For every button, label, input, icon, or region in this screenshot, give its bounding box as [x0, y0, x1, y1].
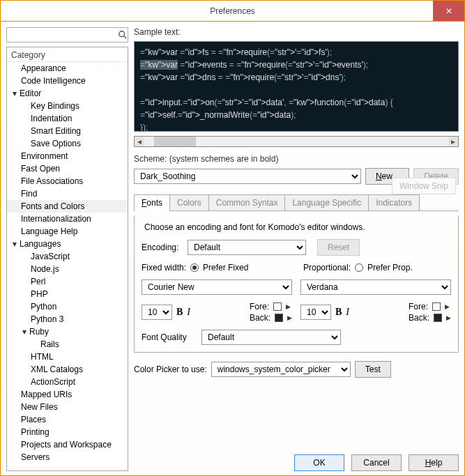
tree-item[interactable]: Rails [7, 338, 128, 351]
tree-item[interactable]: Language Help [7, 225, 128, 238]
tree-item[interactable]: Servers [7, 451, 128, 463]
tree-item-label: File Associations [21, 176, 83, 186]
tree-toggle-icon[interactable]: ▾ [13, 238, 20, 249]
prop-back-chip[interactable] [434, 314, 442, 322]
tree-item[interactable]: PHP [7, 288, 128, 300]
color-picker-row: Color Picker to use: windows_system_colo… [134, 361, 459, 378]
prop-size-select[interactable]: 10 [300, 305, 331, 320]
tree-item[interactable]: Indentation [7, 112, 128, 125]
tab-language-specific[interactable]: Language Specific [284, 194, 369, 210]
tab-common-syntax[interactable]: Common Syntax [208, 194, 286, 210]
tree-item[interactable]: XML Catalogs [7, 363, 128, 376]
fonts-instruction: Choose an encoding and font for Komodo's… [142, 222, 451, 232]
tree-item[interactable]: ▾Ruby [7, 325, 128, 338]
tree-item-label: Language Help [21, 227, 77, 236]
tree-item[interactable]: Code Intelligence [7, 75, 128, 87]
tree-item[interactable]: Appearance [7, 62, 128, 75]
tree-item-label: Indentation [31, 114, 72, 123]
tree-item[interactable]: Python [7, 300, 128, 313]
font-quality-select[interactable]: Default [201, 330, 341, 345]
scroll-right-icon[interactable]: ▸ [448, 137, 458, 146]
tree-item[interactable]: Perl [7, 275, 128, 288]
tab-colors[interactable]: Colors [169, 194, 209, 210]
search-input[interactable] [7, 28, 117, 42]
prop-italic-toggle[interactable]: I [346, 307, 349, 318]
tree-item[interactable]: Python 3 [7, 313, 128, 325]
fixed-fore-checkbox[interactable] [273, 302, 282, 311]
encoding-select[interactable]: Default [188, 240, 306, 255]
reset-button[interactable]: Reset [317, 239, 360, 256]
tree-item[interactable]: Smart Editing [7, 125, 128, 137]
tree-item[interactable]: ▾Languages [7, 238, 128, 250]
ok-button[interactable]: OK [294, 454, 344, 471]
tree-item-label: Editor [20, 89, 41, 98]
tab-fonts[interactable]: Fonts [134, 194, 170, 210]
fixed-italic-toggle[interactable]: I [187, 307, 190, 318]
category-tree[interactable]: Category AppearanceCode Intelligence▾Edi… [6, 47, 128, 471]
tree-item-label: PHP [31, 289, 48, 299]
color-picker-select[interactable]: windows_system_color_picker [211, 362, 351, 377]
tree-item[interactable]: HTML [7, 351, 128, 363]
sample-hscrollbar[interactable]: ◂ ▸ [134, 136, 459, 147]
fixed-back-more-icon[interactable]: ▶ [287, 314, 292, 321]
scroll-left-icon[interactable]: ◂ [135, 137, 144, 146]
prop-font-select[interactable]: Verdana [300, 279, 451, 295]
tree-item-label: Smart Editing [31, 126, 81, 136]
scheme-select[interactable]: Dark_Soothing [134, 169, 361, 184]
tree-header: Category [7, 49, 128, 62]
prop-fore-checkbox[interactable] [432, 302, 441, 311]
test-button[interactable]: Test [355, 361, 391, 378]
back-label-right: Back: [409, 313, 429, 323]
tree-item-label: Internationalization [21, 214, 91, 224]
tree-item[interactable]: Fast Open [7, 162, 128, 175]
prefer-fixed-radio[interactable] [190, 263, 199, 272]
color-picker-label: Color Picker to use: [134, 364, 207, 374]
fixed-size-select[interactable]: 10 [142, 305, 172, 320]
tree-item[interactable]: File Associations [7, 175, 128, 187]
tree-item-label: New Files [21, 402, 58, 412]
tree-toggle-icon[interactable]: ▾ [22, 326, 29, 337]
tree-item[interactable]: Fonts and Colors [7, 200, 128, 213]
tree-item[interactable]: New Files [7, 401, 128, 413]
scroll-thumb[interactable] [154, 137, 196, 146]
search-icon[interactable] [117, 28, 128, 42]
encoding-row: Encoding: Default Reset [142, 239, 451, 256]
prop-back-more-icon[interactable]: ▶ [446, 314, 451, 321]
tree-item-label: Printing [21, 427, 49, 437]
tree-item[interactable]: Mapped URIs [7, 388, 128, 401]
prefer-prop-radio[interactable] [355, 263, 363, 272]
tree-item[interactable]: ActionScript [7, 376, 128, 388]
sample-text-box: ="kw">var ="id">fs = ="fn">require(="str… [134, 41, 459, 132]
tree-item[interactable]: Places [7, 413, 128, 426]
prop-fore-more-icon[interactable]: ▶ [445, 303, 450, 310]
fixed-back-chip[interactable] [275, 314, 283, 322]
prop-bold-toggle[interactable]: B [335, 307, 342, 318]
tree-item[interactable]: Projects and Workspace [7, 438, 128, 451]
right-pane: Sample text: ="kw">var ="id">fs = ="fn">… [134, 27, 459, 471]
fixed-font-select[interactable]: Courier New [142, 279, 292, 295]
tree-toggle-icon[interactable]: ▾ [13, 88, 20, 99]
tree-item[interactable]: Key Bindings [7, 100, 128, 112]
tree-item[interactable]: JavaScript [7, 250, 128, 263]
tree-item[interactable]: Node.js [7, 263, 128, 275]
tree-item-label: Node.js [31, 264, 59, 274]
tree-item[interactable]: Internationalization [7, 213, 128, 225]
tree-item[interactable]: Printing [7, 426, 128, 438]
proportional-label: Proportional: [303, 263, 351, 272]
help-button[interactable]: Help [409, 454, 459, 471]
font-row: Courier New Verdana [142, 279, 451, 295]
width-row: Fixed width: Prefer Fixed Proportional: … [142, 263, 451, 272]
fixed-bold-toggle[interactable]: B [176, 307, 183, 318]
tree-item[interactable]: Environment [7, 150, 128, 162]
cancel-button[interactable]: Cancel [351, 454, 402, 471]
fixed-fore-more-icon[interactable]: ▶ [286, 303, 291, 310]
close-button[interactable]: ✕ [433, 1, 464, 21]
tree-item[interactable]: Save Options [7, 137, 128, 150]
fore-label-left: Fore: [250, 302, 269, 312]
tree-item[interactable]: ▾Editor [7, 87, 128, 100]
tree-item[interactable]: Find [7, 187, 128, 200]
tab-indicators[interactable]: Indicators [368, 194, 420, 210]
svg-line-1 [123, 36, 126, 39]
search-wrap [6, 27, 128, 43]
quality-row: Font Quality Default [142, 330, 451, 345]
